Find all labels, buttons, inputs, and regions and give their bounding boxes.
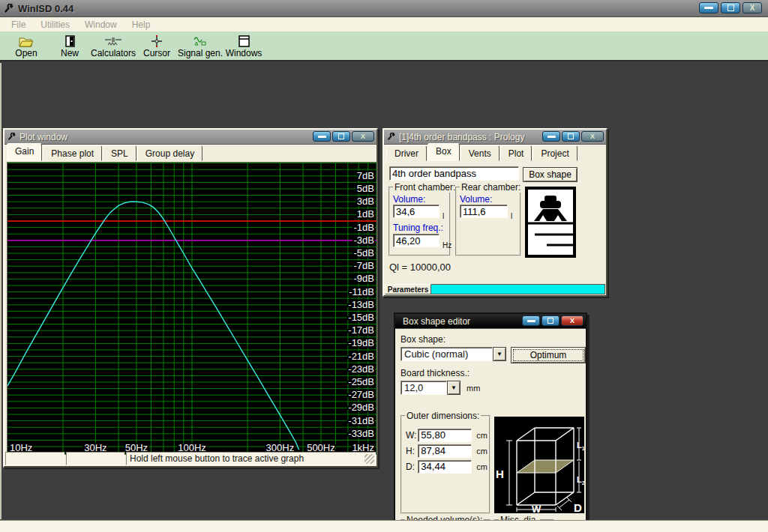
outer-dimensions-group: Outer dimensions: W:cmH:cmD:cm — [400, 415, 490, 514]
tab-phase-plot[interactable]: Phase plot — [43, 145, 102, 161]
front-chamber-group: Front chamber: Volume: l Tuning freq.: H… — [388, 187, 451, 256]
menu-window[interactable]: Window — [78, 18, 124, 31]
app-status-bar — [0, 520, 768, 532]
bandpass-window-icon — [387, 133, 395, 141]
svg-text:3dB: 3dB — [357, 196, 374, 207]
dimension-row-h: H:cm — [406, 443, 488, 459]
plot-window-icon — [8, 133, 16, 141]
box-shape-value: Cubic (normal) — [400, 347, 493, 361]
menu-help[interactable]: Help — [125, 18, 158, 31]
toolbar-button-new[interactable]: New — [48, 34, 92, 58]
board-thickness-unit: mm — [466, 384, 480, 393]
rear-volume-unit: l — [511, 212, 512, 220]
parameters-progress-bar — [431, 284, 605, 294]
dimension-input[interactable] — [418, 429, 472, 442]
chevron-down-icon[interactable]: ▼ — [447, 381, 460, 395]
editor-minimize-button[interactable] — [522, 315, 540, 326]
bandpass-bottom-bar: Parameters — [385, 284, 605, 294]
dimension-label: W: — [406, 430, 418, 441]
ql-value-text: Ql = 10000,00 — [389, 262, 451, 273]
tab-box[interactable]: Box — [428, 143, 460, 161]
plot-maximize-button[interactable] — [332, 131, 350, 142]
bandpass-window: [1]4th order bandpass : Prology X Driver… — [382, 128, 608, 297]
chevron-down-icon[interactable]: ▼ — [493, 347, 506, 361]
dimension-input[interactable] — [418, 444, 472, 458]
editor-title: Box shape editor — [403, 316, 470, 327]
editor-maximize-button[interactable] — [542, 315, 560, 326]
new-document-icon — [65, 34, 75, 47]
bandpass-close-button[interactable]: X — [581, 131, 604, 142]
tuning-freq-unit: Hz — [442, 241, 452, 250]
mdi-area: Plot window X GainPhase plotSPLGroup del… — [0, 63, 768, 519]
svg-text:-3dB: -3dB — [354, 235, 374, 246]
svg-text:-19dB: -19dB — [348, 337, 374, 348]
tab-gain[interactable]: Gain — [7, 143, 42, 161]
svg-text:-1dB: -1dB — [354, 222, 374, 233]
board-thickness-select[interactable]: 12,0 ▼ — [400, 381, 460, 395]
tuning-freq-label: Tuning freq.: — [393, 223, 443, 233]
tab-project[interactable]: Project — [532, 145, 577, 161]
toolbar-button-calculators[interactable]: Calculators — [92, 34, 135, 58]
winisd-app: WinISD 0.44 X FileUtilitiesWindowHelp Op… — [0, 0, 768, 532]
app-icon — [4, 4, 14, 13]
maximize-button[interactable] — [721, 2, 740, 13]
svg-text:-17dB: -17dB — [348, 324, 374, 336]
rear-volume-input[interactable] — [460, 205, 508, 218]
svg-text:1dB: 1dB — [357, 208, 374, 220]
box-shape-button[interactable]: Box shape — [523, 167, 578, 182]
tab-vents[interactable]: Vents — [460, 145, 500, 161]
editor-body: Box shape: Cubic (normal) ▼ Optimum Boar… — [395, 329, 586, 532]
editor-close-button[interactable]: X — [561, 315, 584, 326]
front-chamber-legend: Front chamber: — [393, 182, 457, 193]
tab-group-delay[interactable]: Group delay — [137, 145, 202, 161]
menu-bar: FileUtilitiesWindowHelp — [0, 17, 768, 31]
front-volume-label: Volume: — [393, 194, 425, 205]
plot-close-button[interactable]: X — [352, 131, 374, 142]
tab-driver[interactable]: Driver — [386, 145, 427, 161]
svg-text:-25dB: -25dB — [348, 376, 374, 387]
svg-text:-11dB: -11dB — [349, 286, 374, 297]
svg-text:-7dB: -7dB — [354, 260, 374, 271]
parameters-tab[interactable]: Parameters — [385, 284, 431, 294]
tuning-freq-input[interactable] — [393, 234, 440, 247]
bandpass-window-titlebar[interactable]: [1]4th order bandpass : Prology X — [384, 130, 606, 145]
dimension-input[interactable] — [418, 460, 472, 474]
dimension-label: D: — [406, 462, 418, 472]
toolbar-label: Windows — [226, 48, 262, 58]
toolbar-button-signal-gen[interactable]: Signal gen. — [178, 34, 222, 58]
toolbar-label: Open — [15, 48, 37, 58]
menu-file[interactable]: File — [4, 18, 32, 31]
plot-window-titlebar[interactable]: Plot window X — [4, 130, 376, 145]
bandpass-minimize-button[interactable] — [542, 131, 560, 142]
svg-text:L1: L1 — [577, 441, 584, 451]
optimum-button[interactable]: Optimum — [511, 347, 586, 363]
svg-text:-33dB: -33dB — [348, 428, 374, 439]
svg-text:-9dB: -9dB — [354, 273, 374, 284]
outer-dimensions-legend: Outer dimensions: — [405, 411, 481, 421]
minimize-button[interactable] — [699, 2, 718, 13]
tab-plot[interactable]: Plot — [500, 145, 532, 161]
menu-utilities[interactable]: Utilities — [34, 18, 76, 31]
plot-tab-bar: GainPhase plotSPLGroup delay — [4, 145, 376, 161]
toolbar-button-open[interactable]: Open — [4, 34, 48, 58]
svg-text:D: D — [574, 501, 582, 513]
box-shape-select[interactable]: Cubic (normal) ▼ — [400, 347, 506, 361]
open-folder-icon — [19, 34, 34, 47]
front-volume-input[interactable] — [393, 205, 440, 218]
close-button[interactable]: X — [742, 2, 762, 13]
bandpass-maximize-button[interactable] — [562, 131, 580, 142]
tab-spl[interactable]: SPL — [103, 145, 136, 161]
plot-status-panel-3: Hold left mouse button to trace active g… — [126, 452, 376, 465]
svg-text:-27dB: -27dB — [348, 389, 374, 400]
plot-minimize-button[interactable] — [313, 131, 331, 142]
gain-plot[interactable]: 7dB5dB3dB1dB-1dB-3dB-5dB-7dB-9dB-11dB-13… — [7, 162, 377, 455]
resize-grip[interactable] — [364, 454, 374, 464]
toolbar-button-windows[interactable]: Windows — [222, 34, 266, 58]
dimension-unit: cm — [476, 462, 488, 471]
editor-titlebar[interactable]: Box shape editor X — [395, 314, 586, 329]
toolbar-button-cursor[interactable]: Cursor — [135, 34, 178, 58]
main-titlebar: WinISD 0.44 X — [0, 0, 768, 17]
box-type-input[interactable] — [389, 166, 519, 181]
svg-text:-13dB: -13dB — [348, 299, 374, 310]
svg-text:L2: L2 — [577, 475, 584, 486]
